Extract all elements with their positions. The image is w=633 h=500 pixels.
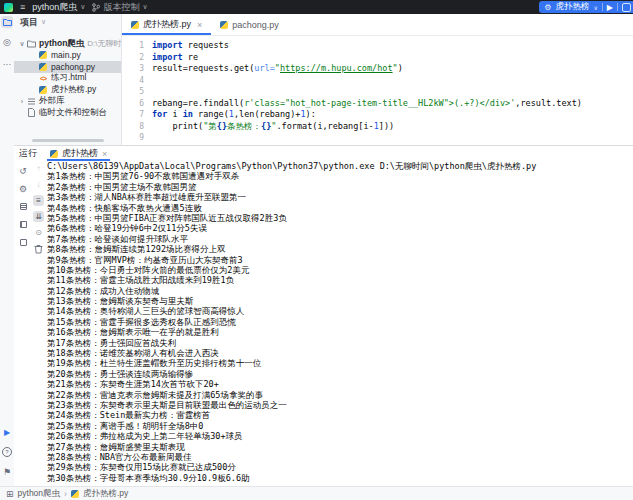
problems-toolwindow-button[interactable]: ? <box>1 446 13 458</box>
prev-occurrence-button[interactable]: ↑ <box>33 163 44 174</box>
rerun-icon: ↺ <box>19 166 27 176</box>
project-panel-title: 项目 <box>20 16 38 29</box>
help-icon: ? <box>2 447 12 457</box>
run-console-header: 运行 虎扑热榜 × <box>14 146 633 161</box>
line-number: 8 <box>122 121 152 133</box>
line-number: 1 <box>122 40 152 52</box>
window-grid-icon[interactable]: ⊞ <box>6 489 14 499</box>
console-line: 第9条热榜：官网MVP榜：约基奇亚历山大东契奇前3 <box>47 255 631 265</box>
soft-wrap-button[interactable]: ≡ <box>33 195 44 206</box>
project-widget[interactable]: python爬虫 ∨ <box>32 1 85 14</box>
tree-item-pachong.py[interactable]: pachong.py <box>14 61 121 73</box>
console-line: 第6条热榜：哈登19分钟6中2仅11分5失误 <box>47 223 631 233</box>
code-text: import re <box>152 52 198 64</box>
console-line: 第1条热榜：中国男篮76-90不敌韩国遭遇对手双杀 <box>47 171 631 181</box>
code-line: 7for i in range(1,len(rebang)+1): <box>122 109 633 121</box>
up-arrow-icon: ↑ <box>37 164 41 173</box>
tree-item-label: pachong.py <box>51 62 95 72</box>
run-toolwindow-button[interactable]: ▶ <box>1 426 13 438</box>
console-output[interactable]: C:\Users\86139\AppData\Local\Programs\Py… <box>47 161 631 486</box>
pin-button[interactable] <box>18 219 29 230</box>
code-line: 5 <box>122 86 633 98</box>
console-line: 第17条热榜：勇士强回应首战失利 <box>47 338 631 348</box>
console-line: 第2条热榜：中国男篮主场不敌韩国男篮 <box>47 182 631 192</box>
tree-item-label: 虎扑热榜.py <box>51 84 96 96</box>
run-tab[interactable]: 虎扑热榜 × <box>47 146 110 161</box>
code-text: for i in range(1,len(rebang)+1): <box>152 109 316 121</box>
main-menu-icon[interactable]: ≡ <box>20 3 25 12</box>
code-line: 9 <box>122 132 633 144</box>
vcs-widget[interactable]: 版本控制 ∨ <box>92 1 147 14</box>
editor-tab-虎扑热榜.py[interactable]: 虎扑热榜.py× <box>122 14 211 35</box>
pycharm-logo-icon <box>4 3 13 12</box>
tree-item-python爬虫[interactable]: ∨python爬虫D:\无聊时间\p <box>14 38 121 50</box>
python-file-icon <box>39 51 47 59</box>
tree-item-练习.html[interactable]: <>练习.html <box>14 73 121 85</box>
code-line: 2import re <box>122 52 633 64</box>
console-line: 第15条热榜：雷霆手握很多选秀权各队正感到恐慌 <box>47 317 631 327</box>
chevron-down-icon: ∨ <box>142 3 147 11</box>
line-number: 4 <box>122 75 152 87</box>
console-line: 第28条热榜：NBA官方公布最新周最佳 <box>47 452 631 462</box>
bookmarks-toolwindow-button[interactable]: ⚑ <box>1 466 13 478</box>
run-widget[interactable]: ⚙ 虎扑热榜 ∨ ▶ <box>539 1 633 13</box>
run-toolbar: ↺ ⚙ <box>17 165 29 248</box>
console-line: 第13条热榜：詹姆斯谈东契奇与里夫斯 <box>47 296 631 306</box>
print-button[interactable]: ⊙ <box>33 227 44 238</box>
title-bar: ≡ python爬虫 ∨ 版本控制 ∨ ⚙ 虎扑热榜 ∨ ▶ <box>0 0 633 14</box>
debug-button[interactable] <box>622 3 631 12</box>
chevron-down-icon[interactable]: ∨ <box>18 40 26 48</box>
scroll-to-end-button[interactable]: ⇊ <box>33 211 44 222</box>
chevron-down-icon: ∨ <box>41 18 46 26</box>
run-config-name[interactable]: 虎扑热榜 <box>555 1 589 13</box>
settings-button[interactable]: ⚙ <box>18 183 29 194</box>
breadcrumb-file[interactable]: 虎扑热榜.py <box>83 488 128 500</box>
project-toolwindow-button[interactable] <box>1 16 13 28</box>
more-toolwindows-button[interactable]: … <box>1 56 13 68</box>
editor-tab-label: 虎扑热榜.py <box>143 18 191 31</box>
console-line: 第16条热榜：詹姆斯表示唯一在乎的就是胜利 <box>47 327 631 337</box>
tree-item-虎扑热榜.py[interactable]: 虎扑热榜.py <box>14 84 121 96</box>
breadcrumb-project[interactable]: python爬虫 <box>18 488 61 500</box>
branch-icon <box>92 3 100 12</box>
code-text: print("第{}条热榜：{}".format(i,rebang[i-1])) <box>152 121 394 133</box>
next-occurrence-button[interactable]: ↓ <box>33 179 44 190</box>
code-text: rebang=re.findall(r'class="hot_hot-page-… <box>152 98 582 110</box>
layout-button[interactable] <box>18 201 29 212</box>
dock-button[interactable] <box>18 237 29 248</box>
folder-icon <box>3 18 12 26</box>
tree-item-外部库[interactable]: ›外部库 <box>14 96 121 108</box>
trash-icon <box>34 244 43 254</box>
tree-item-临时文件和控制台[interactable]: 临时文件和控制台 <box>14 107 121 119</box>
pycharm-window: ≡ python爬虫 ∨ 版本控制 ∨ ⚙ 虎扑热榜 ∨ ▶ <box>0 0 633 500</box>
run-button[interactable]: ▶ <box>607 3 613 12</box>
code-viewport[interactable]: 1import requests2import re3result=reques… <box>122 36 633 144</box>
commit-toolwindow-button[interactable]: ◎ <box>1 36 13 48</box>
run-panel-title[interactable]: 运行 <box>19 147 37 160</box>
console-toolbar: ↑ ↓ ≡ ⇊ ⊙ <box>32 163 45 254</box>
line-number: 6 <box>122 98 152 110</box>
vcs-widget-label: 版本控制 <box>103 1 139 14</box>
python-file-icon <box>131 21 139 29</box>
project-panel: 项目 ∨ ∨python爬虫D:\无聊时间\pmain.pypachong.py… <box>14 14 122 145</box>
console-line: 第25条热榜：离谱手感！胡明轩全场8中0 <box>47 421 631 431</box>
project-panel-header[interactable]: 项目 ∨ <box>14 14 121 30</box>
rerun-button[interactable]: ↺ <box>18 165 29 176</box>
tree-item-main.py[interactable]: main.py <box>14 50 121 62</box>
console-line: 第8条热榜：詹姆斯连续第1292场比赛得分上双 <box>47 244 631 254</box>
clear-button[interactable] <box>33 243 44 254</box>
close-icon[interactable]: × <box>102 149 107 159</box>
console-line: 第11条热榜：雷霆主场战胜太阳战绩来到19胜1负 <box>47 275 631 285</box>
editor-area: 虎扑热榜.py×pachong.py 1import requests2impo… <box>122 14 633 145</box>
project-scrollbar[interactable] <box>32 139 104 142</box>
code-text: import requests <box>152 40 229 52</box>
project-widget-label: python爬虫 <box>32 1 77 14</box>
chevron-right-icon[interactable]: › <box>18 98 26 105</box>
layout-icon <box>20 203 27 210</box>
play-icon: ▶ <box>4 428 10 437</box>
commit-icon: ◎ <box>3 37 11 47</box>
close-icon[interactable]: × <box>197 20 202 30</box>
code-line: 6rebang=re.findall(r'class="hot_hot-page… <box>122 98 633 110</box>
line-number: 2 <box>122 52 152 64</box>
editor-tab-pachong.py[interactable]: pachong.py <box>211 14 288 35</box>
